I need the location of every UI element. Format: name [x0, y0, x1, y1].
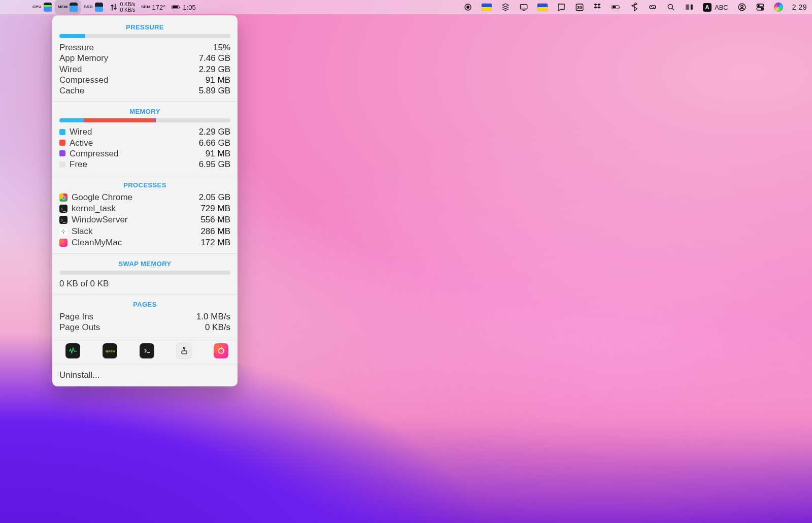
- svg-point-20: [758, 5, 759, 6]
- row-label: Page Outs: [59, 322, 100, 333]
- memory-bar-segment: [84, 118, 155, 122]
- process-name: Google Chrome: [72, 192, 195, 203]
- menubar-sensor-widget[interactable]: SEN 172°: [138, 0, 168, 14]
- pressure-title: PRESSURE: [59, 23, 230, 31]
- svg-point-10: [668, 4, 672, 9]
- row-label: Wired: [70, 126, 195, 137]
- row-value: 6.66 GB: [199, 138, 230, 148]
- svg-point-18: [741, 5, 743, 8]
- siri-icon[interactable]: [774, 3, 783, 12]
- process-row[interactable]: ›_kernel_task729 MB: [59, 203, 230, 214]
- system-info-shortcut[interactable]: [177, 343, 191, 358]
- ssd-label: SSD: [84, 5, 92, 9]
- keyboard-input-menu[interactable]: A ABC: [703, 0, 728, 14]
- process-name: WindowServer: [72, 214, 196, 225]
- mem-label: MEM: [58, 5, 68, 9]
- process-row[interactable]: ›_WindowServer556 MB: [59, 214, 230, 225]
- bluetooth-icon[interactable]: [630, 3, 639, 12]
- process-row[interactable]: Google Chrome2.05 GB: [59, 192, 230, 203]
- tool-icon[interactable]: [557, 3, 566, 12]
- search-icon[interactable]: [666, 3, 675, 12]
- svg-rect-26: [63, 232, 64, 234]
- row-value: 7.46 GB: [199, 53, 230, 63]
- pages-section: PAGES Page Ins1.0 MB/sPage Outs0 KB/s: [52, 295, 238, 338]
- memory-row: Compressed91 MB: [59, 148, 230, 159]
- pressure-row: Compressed91 MB: [59, 75, 230, 85]
- svg-rect-25: [63, 230, 64, 231]
- uninstall-item[interactable]: Uninstall...: [52, 365, 238, 386]
- swatch-icon: [59, 150, 65, 156]
- svg-rect-23: [61, 231, 63, 232]
- menubar-cpu-widget[interactable]: CPU: [29, 0, 55, 14]
- record-icon[interactable]: [463, 3, 472, 12]
- svg-rect-28: [182, 351, 187, 354]
- keyboard-mode-icon: A: [703, 3, 712, 12]
- calendar-icon[interactable]: 30: [575, 3, 584, 12]
- row-value: 2.29 GB: [199, 126, 230, 137]
- menubar-clock[interactable]: 2 29: [792, 3, 807, 11]
- memory-row: Active6.66 GB: [59, 138, 230, 148]
- ssd-chart-icon: [95, 3, 103, 12]
- pages-title: PAGES: [59, 301, 230, 308]
- row-label: Active: [70, 138, 195, 148]
- svg-rect-11: [686, 5, 687, 10]
- row-label: App Memory: [59, 53, 108, 63]
- battery-mini-icon[interactable]: [612, 3, 621, 12]
- activity-monitor-shortcut[interactable]: [65, 343, 80, 358]
- row-label: Cache: [59, 85, 84, 96]
- svg-point-22: [761, 8, 763, 10]
- process-name: CleanMyMac: [72, 237, 196, 248]
- net-upload: 0 KB/s: [120, 2, 135, 7]
- barcode-icon[interactable]: [685, 3, 694, 12]
- process-value: 172 MB: [200, 237, 230, 248]
- svg-rect-2: [180, 7, 180, 8]
- processes-title: PROCESSES: [59, 181, 230, 189]
- menubar-mem-widget[interactable]: MEM: [55, 0, 81, 14]
- memory-bar-segment: [59, 118, 84, 122]
- svg-rect-14: [690, 5, 691, 10]
- swap-text: 0 KB of 0 KB: [59, 279, 230, 289]
- pressure-row: App Memory7.46 GB: [59, 53, 230, 63]
- processes-section: PROCESSES Google Chrome2.05 GB›_kernel_t…: [52, 175, 238, 253]
- svg-point-4: [467, 6, 469, 9]
- cleanmymac-shortcut[interactable]: [214, 343, 228, 358]
- svg-rect-5: [520, 5, 527, 9]
- user-icon[interactable]: [737, 3, 747, 12]
- console-shortcut[interactable]: WARN: [103, 343, 117, 358]
- row-label: Pressure: [59, 42, 94, 53]
- flag-icon[interactable]: [482, 4, 492, 11]
- svg-text:WARN: WARN: [106, 350, 115, 353]
- row-value: 0 KB/s: [205, 322, 230, 333]
- terminal-shortcut[interactable]: [140, 343, 154, 358]
- row-value: 1.0 MB/s: [196, 311, 230, 322]
- memory-bar-segment: [155, 118, 156, 122]
- row-label: Compressed: [59, 75, 108, 85]
- swap-title: SWAP MEMORY: [59, 260, 230, 268]
- process-row[interactable]: CleanMyMac172 MB: [59, 237, 230, 248]
- row-value: 5.89 GB: [199, 85, 230, 96]
- process-row[interactable]: Slack286 MB: [59, 226, 230, 237]
- row-value: 91 MB: [206, 148, 230, 159]
- svg-rect-16: [692, 5, 693, 10]
- flag-icon-2[interactable]: [537, 4, 548, 11]
- cpu-label: CPU: [32, 5, 42, 9]
- dropbox-icon[interactable]: [593, 3, 602, 12]
- menubar-battery-widget[interactable]: 1:05: [168, 0, 198, 14]
- svg-rect-15: [691, 5, 692, 10]
- swatch-icon: [59, 129, 65, 135]
- display-icon[interactable]: [519, 3, 528, 12]
- pages-row: Page Outs0 KB/s: [59, 322, 230, 333]
- menubar-network-widget[interactable]: 0 KB/s 0 KB/s: [106, 0, 138, 14]
- row-label: Free: [70, 159, 195, 170]
- link-icon[interactable]: [648, 3, 657, 12]
- process-name: kernel_task: [72, 203, 196, 214]
- memory-section: MEMORY Wired2.29 GBActive6.66 GBCompress…: [52, 102, 238, 175]
- row-value: 91 MB: [206, 75, 230, 85]
- svg-rect-1: [173, 6, 178, 8]
- swatch-icon: [59, 161, 65, 168]
- control-center-icon[interactable]: [756, 3, 765, 12]
- menubar-ssd-widget[interactable]: SSD: [81, 0, 106, 14]
- process-value: 556 MB: [200, 214, 230, 225]
- network-arrows-icon: [109, 3, 118, 12]
- stack-icon[interactable]: [501, 3, 510, 12]
